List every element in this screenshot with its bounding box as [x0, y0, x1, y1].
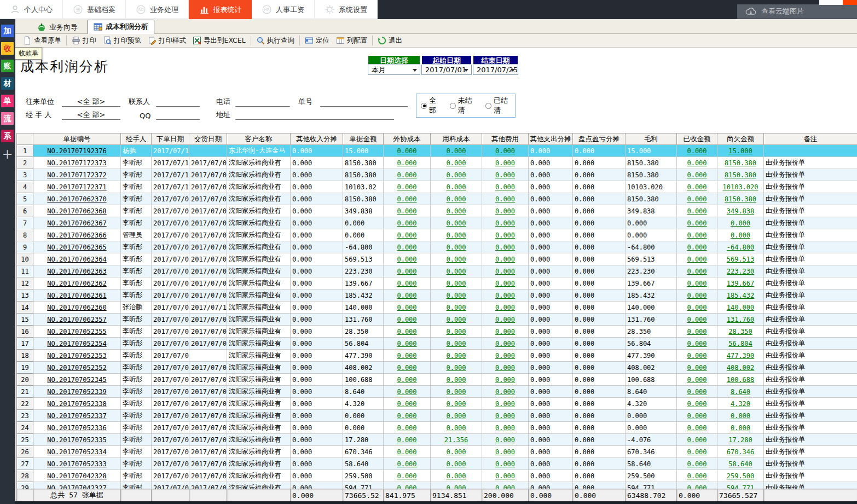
amount-link[interactable]: 100.688	[717, 374, 764, 386]
amount-link[interactable]: -64.800	[717, 241, 764, 253]
amount-link[interactable]: 0.000	[384, 217, 431, 229]
amount-link[interactable]: 0.000	[384, 374, 431, 386]
amount-link[interactable]: 0.000	[677, 398, 717, 410]
table-row[interactable]: 16NO.201707052355李昕彤2017/07/02017/07/0沈阳…	[17, 326, 857, 338]
amount-link[interactable]: 0.000	[384, 458, 431, 470]
status-radio-全部[interactable]: 全部	[421, 96, 443, 115]
amount-link[interactable]: 0.000	[677, 470, 717, 482]
table-row[interactable]: 21NO.201707052339李昕彤2017/07/02017/07/0沈阳…	[17, 386, 857, 398]
amount-link[interactable]: 0.000	[482, 326, 529, 338]
amount-link[interactable]: 0.000	[384, 470, 431, 482]
amount-link[interactable]: 0.000	[677, 265, 717, 277]
doc-number-link[interactable]: NO.201707052335	[33, 434, 121, 446]
amount-link[interactable]: 0.000	[482, 289, 529, 302]
amount-link[interactable]: 0.000	[431, 446, 482, 458]
nav-item-基础档案[interactable]: 基础档案	[63, 0, 126, 19]
nav-item-个人中心[interactable]: 个人中心	[0, 0, 63, 19]
amount-link[interactable]: 0.000	[431, 193, 482, 205]
amount-link[interactable]: 58.640	[717, 458, 764, 470]
amount-link[interactable]: 0.000	[482, 398, 529, 410]
amount-link[interactable]: 0.000	[431, 145, 482, 157]
doc-number-link[interactable]: NO.201707062361	[33, 289, 121, 302]
sidebar-shortcut-单[interactable]: 单	[1, 95, 14, 107]
doc-number-link[interactable]: NO.201707062365	[33, 241, 121, 253]
amount-link[interactable]: 0.000	[384, 205, 431, 217]
table-row[interactable]: 17NO.201707052354李昕彤2017/07/02017/07/0沈阳…	[17, 338, 857, 350]
amount-link[interactable]: 56.804	[717, 338, 764, 350]
date-select-结束日期[interactable]: 2017/07/25	[473, 65, 518, 75]
amount-link[interactable]: 0.000	[384, 434, 431, 446]
amount-link[interactable]: 0.000	[384, 398, 431, 410]
amount-link[interactable]: 0.000	[677, 157, 717, 169]
doc-number-link[interactable]: NO.201707062366	[33, 229, 121, 241]
amount-link[interactable]: 8150.380	[717, 193, 764, 205]
amount-link[interactable]: 0.000	[431, 470, 482, 482]
amount-link[interactable]: 17.280	[717, 434, 764, 446]
doc-number-link[interactable]: NO.201707052353	[33, 350, 121, 362]
doc-number-link[interactable]: NO.201707052355	[33, 326, 121, 338]
amount-link[interactable]: 0.000	[677, 446, 717, 458]
amount-link[interactable]: 21.356	[431, 434, 482, 446]
toolbar-button-退出[interactable]: 退出	[374, 34, 406, 47]
table-row[interactable]: 28NO.201707042328李昕彤2017/07/02017/07/0沈阳…	[17, 470, 857, 482]
view-cloud-images-button[interactable]: 查看云端图片	[737, 4, 857, 19]
col-header-单据编号[interactable]: 单据编号	[33, 134, 121, 145]
amount-link[interactable]: 670.346	[717, 446, 764, 458]
amount-link[interactable]: 4.320	[717, 398, 764, 410]
amount-link[interactable]: 0.000	[677, 458, 717, 470]
amount-link[interactable]: 0.000	[384, 350, 431, 362]
nav-item-业务处理[interactable]: AD 业务处理	[126, 0, 189, 19]
amount-link[interactable]: 0.000	[431, 229, 482, 241]
amount-link[interactable]: 0.000	[677, 277, 717, 289]
amount-link[interactable]: 0.000	[384, 253, 431, 265]
table-row[interactable]: 23NO.201707052337李昕彤2017/07/02017/07/0沈阳…	[17, 410, 857, 422]
amount-link[interactable]: 0.000	[384, 289, 431, 302]
filter-input-QQ[interactable]	[156, 109, 200, 120]
doc-number-link[interactable]: NO.201707052334	[33, 446, 121, 458]
nav-item-报表统计[interactable]: 报表统计	[189, 0, 252, 19]
table-row[interactable]: 24NO.201707052336李昕彤2017/07/02017/07/0沈阳…	[17, 422, 857, 434]
amount-link[interactable]: 0.000	[482, 145, 529, 157]
doc-number-link[interactable]: NO.201707062363	[33, 265, 121, 277]
amount-link[interactable]: 0.000	[717, 217, 764, 229]
doc-number-link[interactable]: NO.201707052354	[33, 338, 121, 350]
amount-link[interactable]: 0.000	[482, 338, 529, 350]
table-row[interactable]: 20NO.201707052345李昕彤2017/07/02017/07/0沈阳…	[17, 374, 857, 386]
amount-link[interactable]: 0.000	[482, 362, 529, 374]
amount-link[interactable]: 8150.380	[717, 157, 764, 169]
amount-link[interactable]: 0.000	[431, 181, 482, 193]
toolbar-button-打印预览[interactable]: 打印预览	[100, 34, 144, 47]
sidebar-shortcut-收[interactable]: 收	[1, 42, 14, 55]
col-header-交货日期[interactable]: 交货日期	[189, 134, 227, 145]
amount-link[interactable]: 0.000	[482, 422, 529, 434]
amount-link[interactable]: 28.350	[717, 326, 764, 338]
filter-input-地址[interactable]	[235, 109, 394, 120]
amount-link[interactable]: 0.000	[482, 205, 529, 217]
amount-link[interactable]: 0.000	[482, 302, 529, 314]
doc-number-link[interactable]: NO.201707042328	[33, 470, 121, 482]
amount-link[interactable]: 0.000	[677, 289, 717, 302]
doc-number-link[interactable]: NO.201707052336	[33, 422, 121, 434]
col-header-毛利[interactable]: 毛利	[626, 134, 677, 145]
amount-link[interactable]: 0.000	[677, 241, 717, 253]
toolbar-button-执行查询[interactable]: 执行查询	[253, 34, 298, 47]
tab-成本利润分析[interactable]: 成本利润分析	[88, 20, 154, 34]
table-row[interactable]: 2NO.201707172373李昕彤2017/07/12017/07/0沈阳家…	[17, 157, 857, 169]
amount-link[interactable]: 15.000	[717, 145, 764, 157]
filter-input-往来单位[interactable]: <全 部>	[62, 96, 120, 107]
amount-link[interactable]: 0.000	[677, 169, 717, 181]
col-header-经手人[interactable]: 经手人	[121, 134, 152, 145]
amount-link[interactable]: 0.000	[431, 205, 482, 217]
amount-link[interactable]: 0.000	[384, 326, 431, 338]
amount-link[interactable]: 0.000	[677, 386, 717, 398]
amount-link[interactable]: 140.000	[717, 302, 764, 314]
filter-input-单号[interactable]	[320, 96, 408, 107]
table-row[interactable]: 6NO.201707062368李昕彤2017/07/02017/07/0沈阳家…	[17, 205, 857, 217]
amount-link[interactable]: 0.000	[431, 410, 482, 422]
table-row[interactable]: 11NO.201707062363李昕彤2017/07/02017/07/0沈阳…	[17, 265, 857, 277]
amount-link[interactable]: 0.000	[482, 229, 529, 241]
amount-link[interactable]: 0.000	[677, 350, 717, 362]
col-header-用料成本[interactable]: 用料成本	[431, 134, 482, 145]
amount-link[interactable]: 0.000	[482, 470, 529, 482]
amount-link[interactable]: 0.000	[431, 398, 482, 410]
